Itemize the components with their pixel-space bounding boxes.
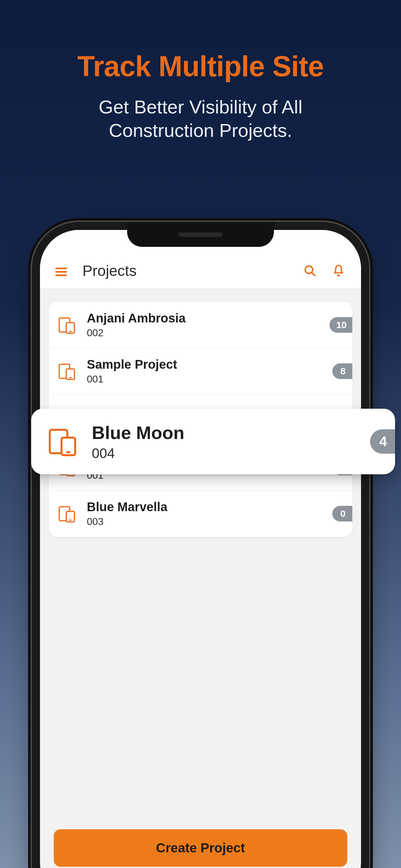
project-badge: 0 (332, 506, 352, 522)
project-row[interactable]: Blue Marvella 003 0 (49, 491, 352, 537)
search-button[interactable] (301, 262, 319, 279)
phone-notch (127, 222, 274, 247)
project-code: 004 (92, 445, 370, 461)
project-row-highlighted[interactable]: Blue Moon 004 4 (31, 409, 395, 474)
project-name: Blue Marvella (87, 500, 332, 514)
devices-icon (58, 316, 76, 334)
project-code: 002 (87, 327, 330, 339)
screen-title: Projects (82, 262, 290, 279)
project-name: Blue Moon (92, 422, 370, 443)
create-project-button[interactable]: Create Project (54, 829, 347, 867)
project-badge: 10 (330, 317, 352, 333)
svg-line-4 (312, 273, 315, 276)
hero-title: Track Multiple Site (0, 50, 401, 83)
phone-mockup: Projects (32, 222, 369, 868)
project-row[interactable]: Anjani Ambrosia 002 10 (49, 302, 352, 348)
project-badge: 8 (332, 363, 352, 379)
project-name: Anjani Ambrosia (87, 311, 330, 325)
devices-icon (58, 362, 76, 380)
bell-icon (332, 264, 345, 277)
project-code: 003 (87, 516, 332, 527)
app-screen: Projects (40, 230, 361, 868)
search-icon (303, 264, 317, 277)
menu-button[interactable] (54, 264, 69, 279)
project-code: 001 (87, 373, 332, 385)
project-row[interactable]: Sample Project 001 8 (49, 348, 352, 394)
devices-icon (47, 426, 78, 457)
hamburger-icon (54, 265, 68, 279)
project-name: Sample Project (87, 358, 332, 372)
devices-icon (58, 504, 76, 523)
hero-subtitle: Get Better Visibility of All Constructio… (0, 95, 401, 142)
create-project-label: Create Project (156, 840, 245, 856)
project-badge: 4 (370, 429, 395, 454)
notifications-button[interactable] (330, 262, 347, 279)
